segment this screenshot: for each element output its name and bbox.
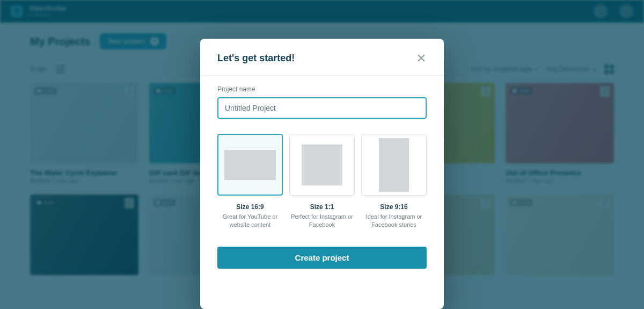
aspect-option: Size 9:16Ideal for Instagram or Facebook…	[361, 134, 427, 229]
aspect-label: Size 16:9	[217, 203, 283, 211]
aspect-option: Size 1:1Perfect for Instagram or Faceboo…	[289, 134, 355, 229]
aspect-tile-tall[interactable]	[361, 134, 427, 196]
modal-title: Let's get started!	[217, 53, 295, 64]
aspect-description: Ideal for Instagram or Facebook stories	[361, 213, 427, 229]
project-name-label: Project name	[217, 85, 427, 93]
aspect-label: Size 9:16	[361, 203, 427, 211]
new-project-modal: Let's get started! Project name Size 16:…	[200, 39, 444, 309]
aspect-description: Great for YouTube or website content	[217, 213, 283, 229]
modal-header: Let's get started!	[200, 39, 444, 76]
aspect-preview	[379, 138, 409, 192]
aspect-description: Perfect for Instagram or Facebook	[289, 213, 355, 229]
close-icon	[416, 53, 427, 63]
aspect-ratio-row: Size 16:9Great for YouTube or website co…	[217, 134, 427, 229]
aspect-tile-square[interactable]	[289, 134, 355, 196]
close-button[interactable]	[414, 51, 429, 66]
aspect-preview	[224, 150, 276, 180]
aspect-tile-wide[interactable]	[217, 134, 283, 196]
project-name-input[interactable]	[217, 97, 427, 119]
create-project-button[interactable]: Create project	[217, 247, 427, 269]
modal-overlay[interactable]: Let's get started! Project name Size 16:…	[0, 0, 644, 309]
aspect-preview	[302, 145, 342, 185]
aspect-label: Size 1:1	[289, 203, 355, 211]
modal-body: Project name Size 16:9Great for YouTube …	[200, 76, 444, 284]
aspect-option: Size 16:9Great for YouTube or website co…	[217, 134, 283, 229]
